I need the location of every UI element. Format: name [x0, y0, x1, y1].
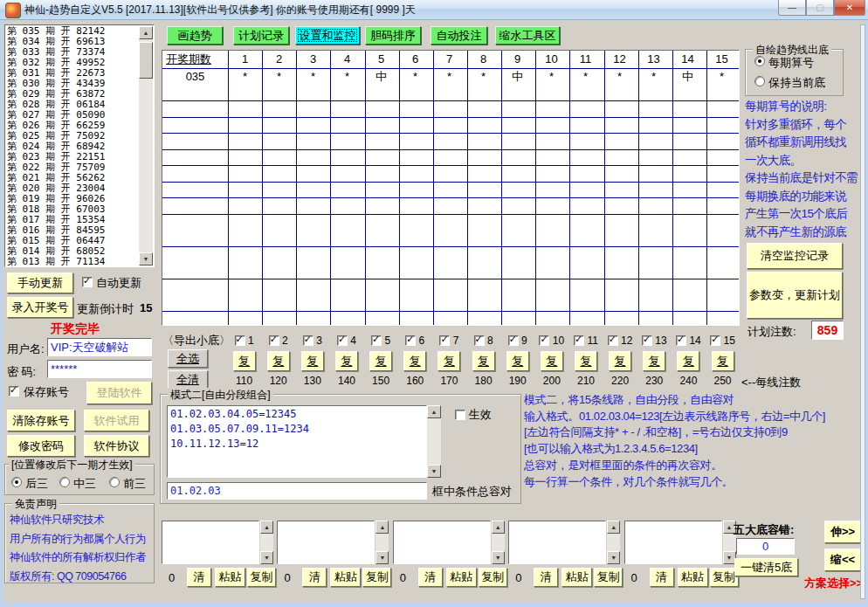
copy-line-button[interactable]: 复 — [267, 351, 290, 371]
base-paste-button[interactable]: 粘贴 — [561, 568, 592, 587]
line-checkbox[interactable] — [371, 335, 382, 346]
scroll-down-icon[interactable]: ▼ — [427, 465, 441, 478]
scroll-up-icon[interactable]: ▲ — [260, 521, 273, 534]
copy-line-button[interactable]: 复 — [541, 351, 563, 371]
scroll-up-icon[interactable]: ▲ — [607, 521, 620, 534]
copy-line-button[interactable]: 复 — [437, 351, 460, 371]
scroll-down-icon[interactable]: ▼ — [492, 551, 505, 564]
radio-mid3[interactable] — [59, 477, 70, 487]
tab-plan-record[interactable]: 计划记录 — [233, 26, 289, 45]
base-clear-button[interactable]: 清 — [187, 568, 211, 587]
radio-keep-current[interactable] — [754, 76, 765, 86]
base-scrollbar[interactable]: ▲ ▼ — [260, 521, 273, 564]
effective-checkbox[interactable] — [455, 410, 465, 420]
select-all-button[interactable]: 全选 — [168, 349, 208, 368]
base-copy-button[interactable]: 复制 — [479, 568, 507, 587]
copy-line-button[interactable]: 复 — [369, 351, 392, 371]
update-plan-button[interactable]: 参数变，更新计划 — [747, 272, 843, 319]
scroll-up-icon[interactable]: ▲ — [139, 26, 153, 39]
mode2-conditions-textarea[interactable]: 01.02.03.04.05=12345 01.03.05.07.09.11=1… — [167, 405, 427, 478]
radio-front3[interactable] — [109, 477, 120, 487]
base-clear-button[interactable]: 清 — [534, 568, 558, 587]
line-checkbox[interactable] — [608, 335, 618, 346]
trial-button[interactable]: 软件试用 — [84, 410, 149, 431]
maximize-button[interactable]: ▢ — [806, 0, 834, 16]
tab-settings-monitor[interactable]: 设置和监控 — [295, 26, 360, 45]
radio-last3[interactable] — [11, 477, 22, 487]
base-paste-button[interactable]: 粘贴 — [330, 568, 361, 587]
enter-draw-button[interactable]: 录入开奖号 — [7, 297, 73, 318]
base-paste-button[interactable]: 粘贴 — [446, 568, 477, 587]
scroll-down-icon[interactable]: ▼ — [260, 551, 273, 564]
line-checkbox[interactable] — [676, 335, 686, 346]
scroll-up-icon[interactable]: ▲ — [492, 521, 505, 534]
login-button[interactable]: 登陆软件 — [86, 382, 152, 404]
scroll-up-icon[interactable]: ▲ — [375, 521, 389, 534]
tab-auto-bet[interactable]: 自动投注 — [431, 26, 487, 45]
base-copy-button[interactable]: 复制 — [247, 568, 276, 587]
list-scrollbar[interactable]: ▲ ▼ — [139, 26, 153, 266]
copy-line-button[interactable]: 复 — [403, 351, 426, 371]
agreement-button[interactable]: 软件协议 — [84, 435, 149, 457]
tolerance-input[interactable] — [736, 538, 795, 555]
radio-calc-every-draw[interactable] — [754, 56, 765, 66]
base-clear-button[interactable]: 清 — [650, 568, 674, 587]
username-field[interactable] — [47, 338, 152, 356]
line-checkbox[interactable] — [439, 335, 450, 346]
shrink-button[interactable]: 缩<< — [824, 548, 861, 571]
plan-select-link[interactable]: 方案选择>> — [804, 576, 863, 591]
copy-line-button[interactable]: 复 — [335, 351, 358, 371]
line-checkbox[interactable] — [539, 335, 549, 346]
clear-all-button[interactable]: 全清 — [168, 370, 208, 389]
base-copy-button[interactable]: 复制 — [362, 568, 391, 587]
copy-line-button[interactable]: 复 — [301, 351, 324, 371]
draw-history-item[interactable]: 第 013 期 开 71134 — [7, 257, 139, 267]
draw-history-listbox[interactable]: 第 035 期 开 82142第 034 期 开 69613第 033 期 开 … — [4, 24, 155, 267]
mode2-scrollbar[interactable]: ▲ ▼ — [427, 405, 441, 478]
copy-line-button[interactable]: 复 — [472, 351, 495, 371]
base-scrollbar[interactable]: ▲ ▼ — [375, 521, 389, 564]
tab-dan-sort[interactable]: 胆码排序 — [365, 26, 421, 45]
base-paste-button[interactable]: 粘贴 — [678, 568, 708, 587]
line-checkbox[interactable] — [405, 335, 416, 346]
base-clear-button[interactable]: 清 — [418, 568, 443, 587]
expand-button[interactable]: 伸>> — [824, 521, 861, 543]
clear-monitor-button[interactable]: 清空监控记录 — [747, 243, 843, 269]
copy-line-button[interactable]: 复 — [609, 351, 631, 371]
line-checkbox[interactable] — [508, 335, 519, 346]
copy-line-button[interactable]: 复 — [506, 351, 529, 371]
base-textarea[interactable] — [162, 521, 259, 564]
line-checkbox[interactable] — [574, 335, 584, 346]
base-copy-button[interactable]: 复制 — [594, 568, 623, 587]
save-account-checkbox[interactable] — [9, 386, 19, 397]
password-field[interactable] — [47, 360, 152, 378]
base-scrollbar[interactable]: ▲ ▼ — [607, 521, 620, 564]
scrollbar-thumb[interactable] — [139, 42, 153, 79]
clear-five-bases-button[interactable]: 一键清5底 — [734, 558, 798, 576]
scroll-up-icon[interactable]: ▲ — [427, 405, 441, 418]
tab-draw-trend[interactable]: 画趋势 — [167, 26, 223, 45]
scroll-down-icon[interactable]: ▼ — [139, 252, 153, 266]
line-checkbox[interactable] — [235, 335, 245, 346]
copy-line-button[interactable]: 复 — [677, 351, 699, 371]
base-textarea[interactable] — [508, 521, 606, 564]
copy-line-button[interactable]: 复 — [712, 351, 734, 371]
base-scrollbar[interactable]: ▲ ▼ — [492, 521, 505, 564]
clear-saved-account-button[interactable]: 清除存账号 — [7, 410, 75, 431]
line-checkbox[interactable] — [303, 335, 313, 346]
tab-shrink-tools[interactable]: 缩水工具区 — [495, 26, 560, 45]
base-textarea[interactable] — [277, 521, 375, 564]
copy-line-button[interactable]: 复 — [575, 351, 597, 371]
final-filter-input[interactable] — [167, 482, 427, 500]
base-clear-button[interactable]: 清 — [302, 568, 327, 587]
minimize-button[interactable]: — — [778, 0, 806, 16]
copy-line-button[interactable]: 复 — [643, 351, 665, 371]
auto-update-checkbox[interactable] — [82, 277, 93, 287]
line-checkbox[interactable] — [269, 335, 279, 346]
line-checkbox[interactable] — [710, 335, 720, 346]
line-checkbox[interactable] — [474, 335, 485, 346]
manual-update-button[interactable]: 手动更新 — [7, 272, 73, 293]
copy-line-button[interactable]: 复 — [233, 351, 256, 371]
line-checkbox[interactable] — [642, 335, 652, 346]
close-button[interactable]: ✕ — [834, 0, 865, 16]
